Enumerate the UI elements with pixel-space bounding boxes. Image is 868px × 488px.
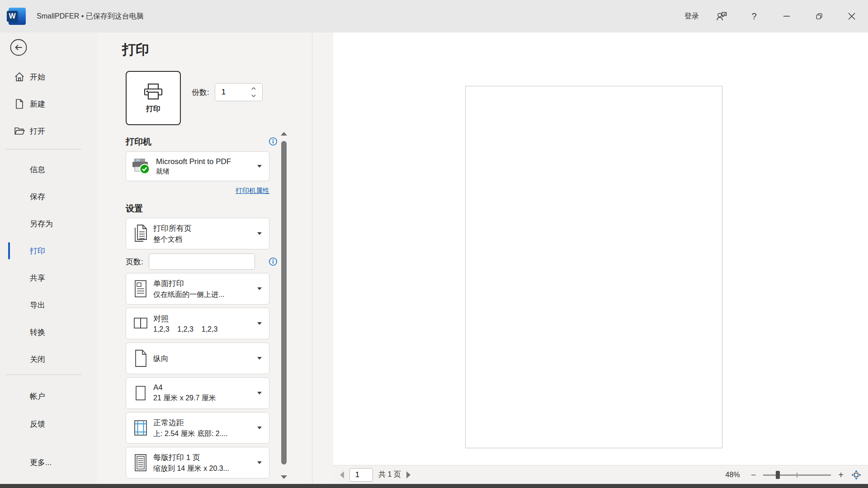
duplex-dropdown[interactable]: 单面打印 仅在纸面的一侧上进...	[126, 273, 269, 305]
sign-in-button[interactable]: 登录	[678, 0, 705, 33]
chevron-down-icon	[257, 357, 262, 360]
document-title: SmallPDFER • 已保存到这台电脑	[37, 12, 144, 21]
print-button[interactable]: 打印	[126, 71, 181, 125]
pages-per-sheet-dropdown[interactable]: 每版打印 1 页 缩放到 14 厘米 x 20.3...	[126, 447, 269, 479]
sidebar-divider	[5, 149, 81, 150]
sidebar-item-new[interactable]: 新建	[0, 93, 97, 115]
pages-row: 页数:	[126, 253, 269, 270]
printer-section-header: 打印机	[126, 136, 269, 148]
chevron-down-icon	[257, 461, 262, 464]
copies-increment-button[interactable]	[251, 85, 262, 92]
chevron-down-icon	[257, 322, 262, 325]
feedback-button[interactable]	[705, 0, 738, 33]
pages-per-sheet-icon	[132, 452, 150, 473]
pages-label: 页数:	[126, 257, 143, 267]
pages-info-icon[interactable]	[269, 257, 278, 266]
collated-pages-icon	[132, 313, 150, 334]
sidebar-item-open[interactable]: 打开	[0, 120, 97, 142]
printer-status: 就绪	[156, 167, 231, 176]
sidebar-item-save[interactable]: 保存	[0, 186, 97, 207]
backstage-sidebar: 开始 新建 打开 信息 保存 另存为 打印 共享 导出 转换 关	[0, 33, 97, 484]
zoom-slider-center-tick	[797, 473, 797, 478]
fit-to-page-icon	[851, 469, 862, 480]
printer-info-icon[interactable]	[269, 137, 278, 146]
print-preview-area: 共 1 页 48% − +	[333, 33, 868, 484]
sidebar-item-export[interactable]: 导出	[0, 294, 97, 316]
next-page-button[interactable]	[404, 469, 414, 481]
minimize-button[interactable]	[770, 0, 803, 33]
zoom-in-button[interactable]: +	[835, 469, 846, 480]
zoom-out-button[interactable]: −	[748, 469, 759, 480]
margins-icon	[132, 418, 150, 438]
sidebar-item-close-doc[interactable]: 关闭	[0, 348, 97, 370]
sidebar-item-print[interactable]: 打印	[0, 240, 97, 262]
preview-page	[465, 86, 722, 448]
back-arrow-icon	[9, 38, 28, 56]
print-range-dropdown[interactable]: 打印所有页 整个文档	[126, 218, 269, 249]
zoom-level-label: 48%	[726, 471, 740, 479]
person-feedback-icon	[716, 10, 727, 22]
copies-decrement-button[interactable]	[251, 92, 262, 99]
print-settings-panel: 打印 打印 份数:	[97, 33, 333, 484]
scrollbar-down-button[interactable]	[279, 474, 288, 480]
sidebar-item-more[interactable]: 更多...	[0, 451, 97, 473]
print-all-pages-icon	[132, 223, 150, 244]
collation-dropdown[interactable]: 对照 1,2,3 1,2,3 1,2,3	[126, 308, 269, 339]
sidebar-item-save-as[interactable]: 另存为	[0, 213, 97, 235]
home-icon	[14, 71, 25, 83]
fit-to-page-button[interactable]	[851, 469, 862, 480]
close-icon	[848, 13, 855, 20]
sidebar-item-transform[interactable]: 转换	[0, 321, 97, 343]
preview-statusbar: 共 1 页 48% − +	[333, 465, 868, 484]
one-sided-print-icon	[132, 278, 150, 299]
help-icon: ?	[751, 11, 756, 22]
previous-page-button[interactable]	[337, 469, 347, 481]
print-button-label: 打印	[146, 104, 160, 114]
printer-icon	[142, 83, 164, 102]
sidebar-item-share[interactable]: 共享	[0, 267, 97, 289]
copies-label: 份数:	[192, 87, 209, 98]
chevron-down-icon	[257, 165, 262, 168]
page-title: 打印	[122, 41, 149, 59]
new-document-icon	[14, 98, 25, 110]
chevron-down-icon	[257, 232, 262, 235]
scrollbar-up-button[interactable]	[279, 131, 288, 136]
close-button[interactable]	[835, 0, 868, 33]
printer-dropdown[interactable]: Microsoft Print to PDF 就绪	[126, 151, 269, 181]
sidebar-divider	[5, 375, 81, 375]
restore-icon	[815, 12, 824, 21]
sidebar-item-feedback[interactable]: 反馈	[0, 413, 97, 435]
sidebar-item-home[interactable]: 开始	[0, 66, 97, 88]
zoom-slider[interactable]	[763, 470, 831, 479]
chevron-down-icon	[257, 287, 262, 290]
open-folder-icon	[14, 125, 25, 137]
portrait-page-icon	[132, 348, 150, 369]
titlebar: W SmallPDFER • 已保存到这台电脑 登录 ?	[0, 0, 868, 33]
chevron-down-icon	[257, 392, 262, 394]
word-logo-icon: W	[9, 8, 26, 25]
printer-properties-link[interactable]: 打印机属性	[236, 187, 269, 194]
orientation-dropdown[interactable]: 纵向	[126, 343, 269, 374]
pages-input[interactable]	[149, 253, 255, 270]
scrollbar-thumb[interactable]	[281, 141, 287, 465]
zoom-slider-thumb[interactable]	[776, 471, 780, 479]
settings-section-header: 设置	[126, 203, 269, 215]
back-button[interactable]	[9, 38, 28, 56]
minimize-icon	[783, 16, 790, 17]
copies-input[interactable]	[215, 88, 243, 97]
help-button[interactable]: ?	[738, 0, 770, 33]
chevron-down-icon	[257, 427, 262, 429]
page-count-label: 共 1 页	[378, 470, 401, 479]
copies-stepper	[215, 83, 263, 101]
printer-name: Microsoft Print to PDF	[156, 157, 231, 166]
sidebar-item-account[interactable]: 帐户	[0, 385, 97, 407]
sidebar-item-info[interactable]: 信息	[0, 159, 97, 180]
panel-divider	[312, 33, 312, 484]
printer-ready-icon	[131, 156, 151, 176]
paper-size-dropdown[interactable]: A4 21 厘米 x 29.7 厘米	[126, 377, 269, 409]
window-bottom-edge	[0, 484, 868, 488]
page-number-input[interactable]	[349, 468, 373, 482]
paper-size-icon	[132, 383, 150, 404]
restore-button[interactable]	[803, 0, 835, 33]
margins-dropdown[interactable]: 正常边距 上: 2.54 厘米 底部: 2....	[126, 412, 269, 444]
